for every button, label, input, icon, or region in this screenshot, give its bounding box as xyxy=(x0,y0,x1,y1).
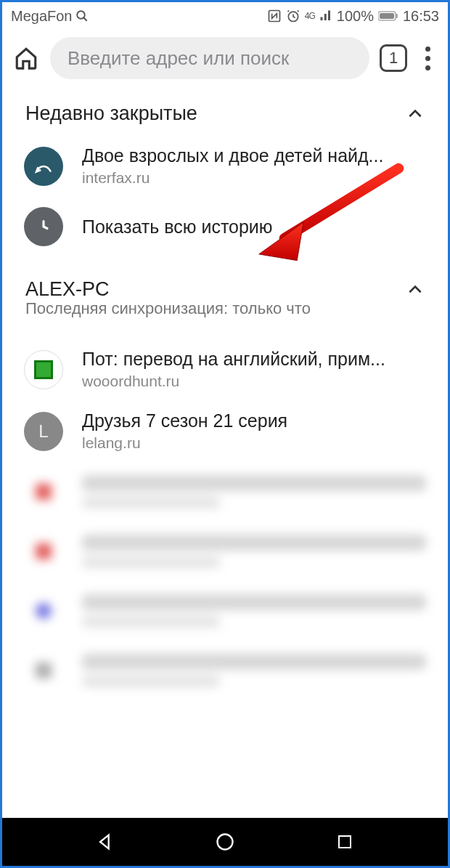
favicon-blur xyxy=(24,472,63,511)
status-bar: MegaFon 4G 100% 16:53 xyxy=(2,2,448,30)
svg-rect-12 xyxy=(339,836,351,848)
favicon-blur xyxy=(24,591,63,630)
signal-label: 4G xyxy=(305,11,315,21)
show-all-label: Показать всю историю xyxy=(82,216,426,238)
nav-back-button[interactable] xyxy=(91,827,120,856)
synced-item-blurred[interactable]: Редактировать запись — Компьютерexample xyxy=(2,462,448,522)
section-recent-header[interactable]: Недавно закрытые xyxy=(2,89,448,135)
chevron-up-icon xyxy=(406,105,425,123)
menu-button[interactable] xyxy=(417,44,438,72)
favicon-interfax xyxy=(24,147,63,186)
menu-dot-icon xyxy=(425,46,430,52)
menu-dot-icon xyxy=(425,56,430,61)
synced-item-blurred[interactable]: BTCUSD 3870 A -0.92% — Bas naexample xyxy=(2,641,448,700)
browser-toolbar: Введите адрес или поиск 1 xyxy=(2,30,448,89)
nav-home-button[interactable] xyxy=(210,827,240,856)
item-title: Пот: перевод на английский, прим... xyxy=(82,349,426,370)
svg-marker-10 xyxy=(100,835,109,849)
omnibox-placeholder: Введите адрес или поиск xyxy=(68,47,289,70)
svg-rect-6 xyxy=(380,13,394,19)
section-synced-header[interactable]: ALEX-PC xyxy=(2,256,448,305)
nav-recent-button[interactable] xyxy=(330,827,359,856)
battery-label: 100% xyxy=(337,8,374,25)
address-bar[interactable]: Введите адрес или поиск xyxy=(50,37,369,79)
signal-icon xyxy=(319,9,332,23)
item-title: Двое взрослых и двое детей найд... xyxy=(82,145,426,166)
sync-subtitle: Последняя синхронизация: только что xyxy=(2,299,448,323)
home-icon xyxy=(14,46,38,70)
synced-item[interactable]: L Друзья 7 сезон 21 серия lelang.ru xyxy=(2,400,448,462)
history-item[interactable]: Двое взрослых и двое детей найд... inter… xyxy=(2,135,448,197)
item-domain: wooordhunt.ru xyxy=(82,373,426,390)
square-icon xyxy=(336,833,353,851)
circle-icon xyxy=(215,832,235,852)
svg-point-11 xyxy=(217,835,232,850)
synced-item[interactable]: Пот: перевод на английский, прим... wooo… xyxy=(2,338,448,400)
synced-item-blurred[interactable]: DATA RU Linecoin — Торговляexample xyxy=(2,581,448,641)
time-label: 16:53 xyxy=(403,8,439,25)
android-navbar xyxy=(2,818,448,866)
section-title: ALEX-PC xyxy=(25,278,110,301)
home-button[interactable] xyxy=(12,44,40,72)
item-domain: lelang.ru xyxy=(82,434,426,452)
carrier-label: MegaFon xyxy=(11,8,73,25)
battery-icon xyxy=(378,11,398,21)
svg-line-1 xyxy=(83,17,87,21)
svg-rect-5 xyxy=(396,14,398,18)
menu-dot-icon xyxy=(425,65,430,70)
back-icon xyxy=(95,832,115,852)
favicon-blur xyxy=(24,651,63,690)
favicon-lelang: L xyxy=(24,412,63,451)
clock-icon xyxy=(24,207,63,246)
search-icon xyxy=(75,9,89,23)
item-title: Друзья 7 сезон 21 серия xyxy=(82,410,426,431)
alarm-icon xyxy=(286,9,300,23)
favicon-blur xyxy=(24,532,63,571)
favicon-wooordhunt xyxy=(24,350,63,389)
show-full-history[interactable]: Показать всю историю xyxy=(2,197,448,256)
svg-point-0 xyxy=(77,11,85,19)
tab-count: 1 xyxy=(389,49,398,68)
nfc-icon xyxy=(267,9,282,23)
tabs-button[interactable]: 1 xyxy=(380,44,407,72)
chevron-up-icon xyxy=(406,280,425,299)
synced-item-blurred[interactable]: История посещений в браузере наexample xyxy=(2,522,448,581)
section-title: Недавно закрытые xyxy=(25,102,197,125)
item-domain: interfax.ru xyxy=(82,169,426,187)
